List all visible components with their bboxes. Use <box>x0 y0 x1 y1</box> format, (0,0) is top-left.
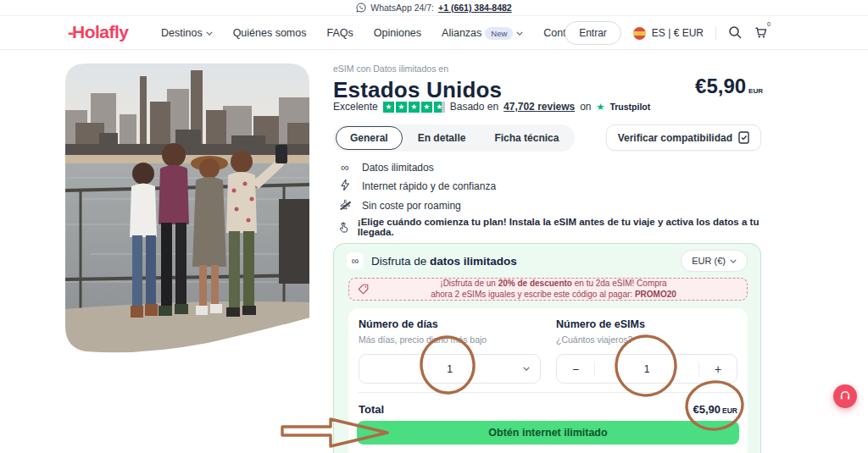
navbar: -Holafly Destinos Quiénes somos FAQs Opi… <box>0 16 868 50</box>
promo-banner: ¡Disfruta de un 20% de descuento en tu 2… <box>348 278 748 301</box>
verify-compatibility-button[interactable]: Verificar compatibilidad <box>606 124 761 151</box>
feature-list: ∞ Datos ilimitados Internet rápido y de … <box>338 161 496 213</box>
menu-label: Opiniones <box>374 27 421 39</box>
chevron-down-icon <box>523 367 530 371</box>
esims-stepper: − 1 + <box>556 354 737 384</box>
card-header: ∞ Disfruta de datos ilimitados <box>347 252 517 269</box>
chat-fab-button[interactable] <box>833 384 857 408</box>
get-internet-button[interactable]: Obtén internet ilimitado <box>357 421 739 445</box>
promo-l2-pre: ahora 2 eSIMs iguales y escribe este cód… <box>431 290 635 299</box>
chevron-down-icon <box>730 259 737 263</box>
menu-item-alianzas[interactable]: Alianzas New <box>442 27 523 40</box>
esims-label: Número de eSIMs <box>556 318 737 330</box>
tab-en-detalle[interactable]: En detalle <box>404 127 480 149</box>
tab-general[interactable]: General <box>336 126 403 150</box>
holafly-product-page: WhatsApp 24/7: +1 (661) 384-8482 -Holafl… <box>0 0 868 453</box>
promo-l1-pre: ¡Disfruta de un <box>440 279 498 288</box>
total-row: Total €5,90EUR <box>359 403 737 416</box>
rating-based-label: Basado en <box>450 101 498 113</box>
hero-photo <box>65 64 309 362</box>
hero-photo-art <box>65 64 309 362</box>
promo-l1-bold: 20% de descuento <box>498 279 572 288</box>
tag-icon <box>358 284 369 295</box>
product-kicker: eSIM con Datos ilimitados en <box>333 64 761 74</box>
divider <box>359 392 737 393</box>
promo-text: ¡Disfruta de un 20% de descuento en tu 2… <box>369 279 738 300</box>
days-label: Número de días <box>359 318 541 330</box>
esims-value: 1 <box>595 363 698 375</box>
days-select[interactable]: 1 <box>359 354 541 384</box>
login-button[interactable]: Entrar <box>565 21 621 45</box>
tab-bar: General En detalle Ficha técnica <box>333 124 575 152</box>
trustpilot-stars: ★★★★★ <box>383 102 445 113</box>
cart-count-badge: 0 <box>767 21 771 27</box>
lightning-icon <box>338 180 352 193</box>
plan-start-callout: ¡Elige cuándo comienza tu plan! Instala … <box>338 217 762 237</box>
total-price: €5,90EUR <box>693 403 738 416</box>
support-chat-icon <box>839 390 851 402</box>
days-value: 1 <box>359 363 540 375</box>
star-icon: ★ <box>396 102 407 113</box>
feature-label: Sin coste por roaming <box>362 200 461 212</box>
feature-label: Datos ilimitados <box>362 162 434 174</box>
price-currency: EUR <box>748 87 763 95</box>
feature-unlimited-data: ∞ Datos ilimitados <box>338 161 496 174</box>
trustpilot-brand: Trustpilot <box>609 102 650 112</box>
total-price-value: €5,90 <box>693 403 721 416</box>
price-value: €5,90 <box>695 75 746 97</box>
infinity-icon: ∞ <box>338 161 352 174</box>
purchase-card: ∞ Disfruta de datos ilimitados EUR (€) ¡… <box>333 243 761 453</box>
spain-flag-icon <box>633 27 646 40</box>
tap-hand-icon <box>338 221 349 234</box>
infinity-badge-icon: ∞ <box>347 252 364 269</box>
callout-text: ¡Elige cuándo comienza tu plan! Instala … <box>358 217 762 237</box>
menu-label: Quiénes somos <box>233 27 307 39</box>
esims-increment-button[interactable]: + <box>699 362 737 376</box>
menu-label: Destinos <box>161 27 203 39</box>
menu-item-quienes-somos[interactable]: Quiénes somos <box>233 27 307 39</box>
roaming-off-icon <box>338 199 352 213</box>
star-icon: ★ <box>383 102 394 113</box>
menu-item-faqs[interactable]: FAQs <box>327 27 353 39</box>
locale-label: ES | € EUR <box>652 27 704 39</box>
menu-label: Alianzas <box>442 27 481 39</box>
days-section: Número de días Más días, precio diario m… <box>359 318 541 384</box>
esims-decrement-button[interactable]: − <box>557 362 594 376</box>
menu-label: FAQs <box>327 27 353 39</box>
configurator-panel: Número de días Más días, precio diario m… <box>348 308 748 453</box>
holafly-logo[interactable]: -Holafly <box>68 22 129 42</box>
menu-item-destinos[interactable]: Destinos <box>161 27 213 39</box>
device-check-icon <box>738 131 749 144</box>
rating-word: Excelente <box>333 101 378 113</box>
topbar: WhatsApp 24/7: +1 (661) 384-8482 <box>0 0 868 16</box>
star-icon-partial: ★ <box>434 102 445 113</box>
trustpilot-star-icon: ★ <box>597 102 605 113</box>
feature-no-roaming: Sin coste por roaming <box>338 199 496 213</box>
cart-button[interactable]: 0 <box>754 25 768 41</box>
new-badge: New <box>485 27 513 40</box>
divider <box>715 26 716 40</box>
total-price-currency: EUR <box>722 406 737 415</box>
search-button[interactable] <box>728 25 742 41</box>
cart-icon <box>754 25 768 39</box>
currency-selector-label: EUR (€) <box>692 256 726 266</box>
days-hint: Más días, precio diario más bajo <box>359 334 541 345</box>
whatsapp-phone-link[interactable]: +1 (661) 384-8482 <box>438 3 512 13</box>
logo-text: Holafly <box>72 22 129 41</box>
currency-selector[interactable]: EUR (€) <box>681 250 748 272</box>
tab-ficha-tecnica[interactable]: Ficha técnica <box>481 127 572 149</box>
star-icon: ★ <box>421 102 432 113</box>
reviews-link[interactable]: 47,702 reviews <box>504 101 575 113</box>
trustpilot-rating: Excelente ★★★★★ Basado en 47,702 reviews… <box>333 101 650 113</box>
search-icon <box>728 25 742 39</box>
chevron-down-icon <box>516 31 523 36</box>
menu-item-opiniones[interactable]: Opiniones <box>374 27 421 39</box>
nav-right: Entrar ES | € EUR 0 <box>565 16 768 50</box>
chevron-down-icon <box>206 31 213 36</box>
header-price: €5,90EUR <box>695 75 763 98</box>
promo-code: PROMO20 <box>635 290 676 299</box>
whatsapp-icon <box>356 3 366 13</box>
main-menu: Destinos Quiénes somos FAQs Opiniones Al… <box>161 16 604 50</box>
esims-hint: ¿Cuántos viajeros? <box>556 334 737 345</box>
locale-selector[interactable]: ES | € EUR <box>633 27 704 40</box>
